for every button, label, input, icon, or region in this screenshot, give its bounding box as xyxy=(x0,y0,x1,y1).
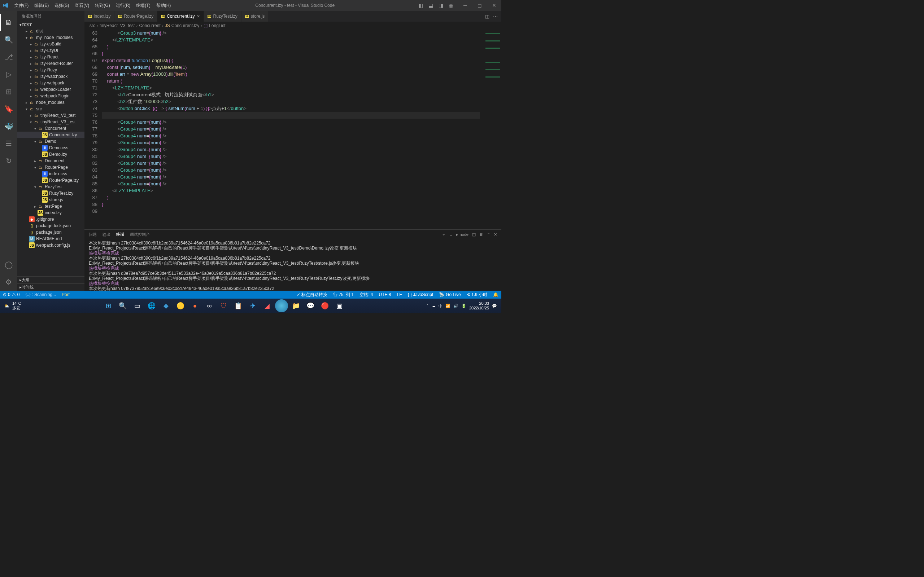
status-notifications[interactable]: 🔔 xyxy=(490,291,501,298)
tab-index-lzy[interactable]: JSindex.lzy xyxy=(84,11,115,22)
tree-item-src[interactable]: ▾🗀src xyxy=(17,106,84,112)
editor-more-icon[interactable]: ⋯ xyxy=(493,14,498,19)
customize-layout-icon[interactable]: ▦ xyxy=(446,0,455,11)
wechat-icon[interactable]: 💬 xyxy=(304,299,317,312)
kill-terminal-icon[interactable]: 🗑 xyxy=(479,232,483,237)
menu-help[interactable]: 帮助(H) xyxy=(153,0,174,11)
menu-terminal[interactable]: 终端(T) xyxy=(133,0,153,11)
status-golive[interactable]: 📡 Go Live xyxy=(436,291,464,298)
tree-item-testpage[interactable]: ▸🗀testPage xyxy=(17,203,84,210)
menu-selection[interactable]: 选择(S) xyxy=(52,0,72,11)
terminal-label[interactable]: ▸ node xyxy=(456,232,468,237)
tray-ime-icon[interactable]: 中 xyxy=(439,303,443,309)
tree-item-lzy-lzyui[interactable]: ▸🗀lzy-LzyUI xyxy=(17,47,84,54)
tree-item-lzy-react-router[interactable]: ▸🗀lzy-React-Router xyxy=(17,60,84,67)
activity-account[interactable]: ◯ xyxy=(0,256,17,273)
panel-tab-output[interactable]: 输出 xyxy=(102,232,110,237)
app-icon-7[interactable]: 📁 xyxy=(289,299,302,312)
tree-item-index-lzy[interactable]: JSindex.lzy xyxy=(17,210,84,216)
app-icon-8[interactable]: ▣ xyxy=(333,299,346,312)
search-button[interactable]: 🔍 xyxy=(116,299,129,312)
tree-item-tinyreact_v3_test[interactable]: ▾🗀tinyReact_V3_test xyxy=(17,119,84,125)
menu-go[interactable]: 转到(G) xyxy=(92,0,113,11)
tree-item-store-js[interactable]: JSstore.js xyxy=(17,197,84,203)
new-terminal-icon[interactable]: ＋ xyxy=(442,232,446,237)
menu-run[interactable]: 运行(R) xyxy=(113,0,134,11)
tree-item-routerpage-lzy[interactable]: JSRouterPage.lzy xyxy=(17,177,84,184)
tray-notification-icon[interactable]: 💬 xyxy=(492,304,497,308)
app-icon-2[interactable]: 🛡 xyxy=(217,299,230,312)
app-icon-3[interactable]: 📋 xyxy=(232,299,245,312)
tree-item-package-lock-json[interactable]: {}package-lock.json xyxy=(17,222,84,229)
tree-item-webpack-config-js[interactable]: JSwebpack.config.js xyxy=(17,242,84,248)
app-icon-4[interactable]: ✈ xyxy=(246,299,259,312)
split-terminal-icon[interactable]: ◫ xyxy=(472,232,476,237)
toggle-panel-right-icon[interactable]: ◨ xyxy=(436,0,445,11)
status-port[interactable]: Port xyxy=(59,291,73,298)
activity-run-debug[interactable]: ▷ xyxy=(0,66,17,83)
vscode-taskbar-icon[interactable]: ◆ xyxy=(160,299,173,312)
activity-search[interactable]: 🔍 xyxy=(0,31,17,48)
terminal-output[interactable]: 本次热更新hash 27fc0384cff390c6f1b2ed39a71546… xyxy=(84,239,501,291)
tree-item-ruzytest[interactable]: ▾🗀RuzyTest xyxy=(17,184,84,190)
terminal-dropdown-icon[interactable]: ⌄ xyxy=(449,232,452,237)
activity-explorer[interactable]: 🗎 xyxy=(0,14,17,31)
tree-item-package-json[interactable]: {}package.json xyxy=(17,229,84,235)
tab-routerpage-lzy[interactable]: JSRouterPage.lzy xyxy=(115,11,157,22)
panel-tab-debug-console[interactable]: 调试控制台 xyxy=(130,232,150,237)
tree-item-demo-css[interactable]: #Demo.css xyxy=(17,145,84,151)
code-editor[interactable]: 6364656667686970717273747576777879808182… xyxy=(84,29,501,229)
tree-item--gitignore[interactable]: ◆.gitignore xyxy=(17,216,84,222)
tray-battery-icon[interactable]: 🔋 xyxy=(461,304,466,308)
taskbar-clock[interactable]: 20:33 2022/10/25 xyxy=(469,301,489,311)
status-encoding[interactable]: UTF-8 xyxy=(376,291,394,298)
activity-source-control[interactable]: ⎇ xyxy=(0,48,17,66)
menu-file[interactable]: 文件(F) xyxy=(11,0,31,11)
maximize-button[interactable]: ◻ xyxy=(472,0,487,11)
activity-history[interactable]: ↻ xyxy=(0,152,17,169)
app-icon-1[interactable]: ∞ xyxy=(203,299,216,312)
taskbar-weather[interactable]: ⛅ 14°C 多云 xyxy=(0,301,26,311)
explorer-more-icon[interactable]: ⋯ xyxy=(76,14,80,19)
tree-item-lzy-webpack[interactable]: ▸🗀lzy-webpack xyxy=(17,80,84,86)
tree-item-my_node_modules[interactable]: ▾🗀my_node_modules xyxy=(17,34,84,41)
tray-wifi-icon[interactable]: 📶 xyxy=(446,304,451,308)
tree-item-node_modules[interactable]: ▸🗀node_modules xyxy=(17,99,84,106)
tree-item-tinyreact_v2_test[interactable]: ▸🗀tinyReact_V2_test xyxy=(17,112,84,119)
tab-ruzytest-lzy[interactable]: JSRuzyTest.lzy xyxy=(204,11,241,22)
activity-settings[interactable]: ⚙ xyxy=(0,273,17,291)
tray-cloud-icon[interactable]: ☁ xyxy=(432,304,436,308)
tray-up-icon[interactable]: ˄ xyxy=(426,304,429,308)
tree-item-document[interactable]: ▸🗀Document xyxy=(17,158,84,164)
menu-view[interactable]: 查看(V) xyxy=(72,0,92,11)
tree-item-webpackplugin[interactable]: ▸🗀webpackPlugin xyxy=(17,93,84,99)
status-time-tracking[interactable]: ⟲ 1.9 小时 xyxy=(464,291,490,298)
chrome2-icon[interactable]: 🔴 xyxy=(318,299,331,312)
outline-section[interactable]: ▸大纲 xyxy=(17,276,84,284)
minimize-button[interactable]: ─ xyxy=(458,0,472,11)
tree-item-demo[interactable]: ▾🗀Demo xyxy=(17,138,84,145)
tree-item-lzy-watchpack[interactable]: ▸🗀lzy-watchpack xyxy=(17,73,84,80)
activity-bookmark[interactable]: 🔖 xyxy=(0,100,17,118)
close-tab-icon[interactable]: × xyxy=(197,13,200,19)
breadcrumb[interactable]: src› tinyReact_V3_test› Concurrent› JS C… xyxy=(84,22,501,29)
tree-item-index-css[interactable]: #index.css xyxy=(17,171,84,177)
menu-edit[interactable]: 编辑(E) xyxy=(31,0,52,11)
task-view-button[interactable]: ▭ xyxy=(131,299,144,312)
panel-tab-problems[interactable]: 问题 xyxy=(89,232,97,237)
status-scanning[interactable]: {..} : Scanning... xyxy=(23,291,59,298)
panel-tab-terminal[interactable]: 终端 xyxy=(116,232,124,237)
activity-extensions[interactable]: ⊞ xyxy=(0,83,17,100)
status-eol[interactable]: LF xyxy=(394,291,405,298)
start-button[interactable]: ⊞ xyxy=(102,299,115,312)
tree-item-readme-md[interactable]: MREADME.md xyxy=(17,235,84,242)
tree-item-lzy-esbuild[interactable]: ▸🗀lzy-esBuild xyxy=(17,41,84,47)
activity-docker[interactable]: 🐳 xyxy=(0,118,17,135)
tray-volume-icon[interactable]: 🔊 xyxy=(453,304,459,308)
toggle-panel-left-icon[interactable]: ◧ xyxy=(416,0,425,11)
close-window-button[interactable]: ✕ xyxy=(487,0,501,11)
app-icon-5[interactable]: ◢ xyxy=(261,299,274,312)
tree-item-lzy-ruzy[interactable]: ▸🗀lzy-Ruzy xyxy=(17,67,84,73)
maximize-panel-icon[interactable]: ⌃ xyxy=(487,232,490,237)
minimap[interactable] xyxy=(480,29,501,229)
